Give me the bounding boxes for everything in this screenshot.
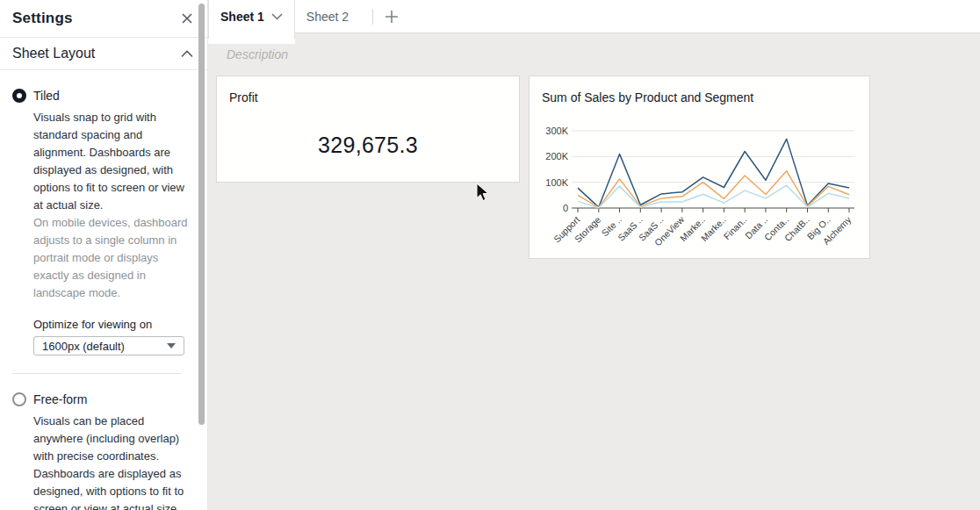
main-area: Sheet 1 Sheet 2 Description Profit 329,6…	[208, 0, 980, 510]
tiled-mobile-note: On mobile devices, dashboard adjusts to …	[33, 214, 188, 302]
freeform-description: Visuals can be placed anywhere (includin…	[33, 413, 188, 510]
chevron-down-icon[interactable]	[271, 13, 283, 20]
sheet-tabbar: Sheet 1 Sheet 2	[208, 0, 980, 33]
sheet-layout-section-header[interactable]: Sheet Layout	[0, 38, 207, 70]
sheet-layout-title: Sheet Layout	[12, 46, 95, 61]
optimize-select[interactable]: 1600px (default)	[33, 336, 184, 356]
mouse-cursor	[476, 183, 490, 202]
tab-sheet-2[interactable]: Sheet 2	[295, 0, 360, 33]
tiled-option: Tiled Visuals snap to grid with standard…	[12, 88, 188, 356]
options-divider	[12, 373, 181, 374]
chevron-up-icon[interactable]	[179, 46, 195, 61]
dropdown-caret-icon	[167, 343, 176, 348]
freeform-label[interactable]: Free-form	[33, 391, 188, 407]
tab-sheet-1[interactable]: Sheet 1	[208, 0, 295, 39]
sales-line-chart: 0100K200K300KSupportStorageSite ..SaaS .…	[530, 104, 871, 258]
close-icon[interactable]	[179, 11, 195, 26]
plus-icon	[385, 10, 399, 24]
profit-title: Profit	[217, 76, 519, 104]
tab-sheet-2-label: Sheet 2	[306, 10, 349, 24]
tiled-description: Visuals snap to grid with standard spaci…	[33, 109, 188, 214]
tab-sheet-1-label: Sheet 1	[220, 10, 264, 24]
freeform-radio[interactable]	[12, 392, 26, 406]
svg-text:0: 0	[563, 203, 568, 213]
svg-text:100K: 100K	[545, 177, 568, 188]
profit-value: 329,675.3	[217, 104, 519, 182]
sales-chart-visual[interactable]: Sum of Sales by Product and Segment 0100…	[529, 75, 870, 259]
add-sheet-button[interactable]	[378, 0, 405, 33]
settings-panel: Settings Sheet Layout Tiled Visuals snap…	[0, 0, 208, 510]
settings-header: Settings	[0, 0, 207, 38]
sheet-canvas: Description Profit 329,675.3 Sum of Sale…	[208, 33, 980, 510]
sales-chart-title: Sum of Sales by Product and Segment	[530, 76, 869, 104]
sheet-layout-body: Tiled Visuals snap to grid with standard…	[0, 70, 207, 510]
description-field[interactable]: Description	[227, 47, 288, 61]
svg-text:200K: 200K	[545, 151, 568, 162]
optimize-label: Optimize for viewing on	[33, 318, 188, 331]
app-window: Settings Sheet Layout Tiled Visuals snap…	[0, 0, 980, 510]
svg-text:300K: 300K	[545, 126, 568, 136]
svg-text:Finan..: Finan..	[721, 214, 748, 241]
optimize-group: Optimize for viewing on 1600px (default)	[33, 318, 188, 356]
panel-scrollbar[interactable]	[198, 4, 205, 425]
tiled-radio[interactable]	[12, 89, 26, 103]
tiled-label[interactable]: Tiled	[33, 88, 188, 104]
optimize-select-value: 1600px (default)	[42, 340, 125, 353]
tab-separator	[372, 9, 373, 25]
freeform-option: Free-form Visuals can be placed anywhere…	[12, 391, 188, 510]
profit-visual[interactable]: Profit 329,675.3	[216, 75, 520, 183]
settings-title: Settings	[12, 10, 73, 27]
